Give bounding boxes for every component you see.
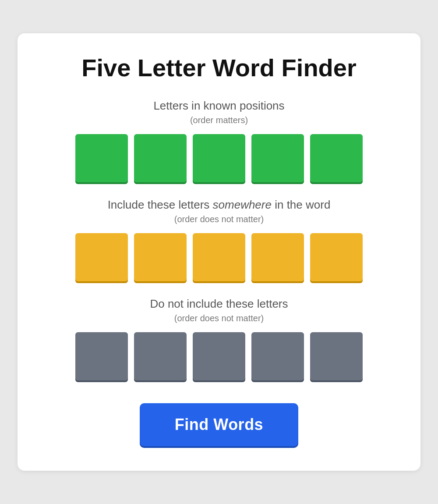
include-input-5[interactable] [310,233,363,281]
include-tile-2[interactable] [134,233,187,281]
exclude-tile-2[interactable] [134,332,187,380]
known-positions-section: Letters in known positions (order matter… [44,99,394,182]
known-input-3[interactable] [193,134,245,182]
exclude-tile-5[interactable] [310,332,363,380]
find-words-button[interactable]: Find Words [140,403,298,446]
known-positions-tiles [75,134,363,182]
known-positions-subtitle: (order matters) [190,115,248,125]
main-card: Five Letter Word Finder Letters in known… [18,33,420,471]
exclude-tile-4[interactable] [251,332,304,380]
exclude-input-3[interactable] [193,332,245,380]
include-input-3[interactable] [193,233,245,281]
known-tile-2[interactable] [134,134,187,182]
known-tile-3[interactable] [193,134,245,182]
exclude-tile-3[interactable] [193,332,245,380]
page-title: Five Letter Word Finder [81,54,356,82]
include-tile-3[interactable] [193,233,245,281]
exclude-input-4[interactable] [251,332,304,380]
exclude-tile-1[interactable] [75,332,128,380]
exclude-letters-tiles [75,332,363,380]
exclude-input-2[interactable] [134,332,187,380]
include-tile-5[interactable] [310,233,363,281]
known-tile-5[interactable] [310,134,363,182]
include-letters-section: Include these letters somewhere in the w… [44,198,394,281]
exclude-letters-section: Do not include these letters (order does… [44,297,394,380]
known-input-4[interactable] [251,134,304,182]
include-letters-tiles [75,233,363,281]
exclude-input-5[interactable] [310,332,363,380]
known-input-5[interactable] [310,134,363,182]
include-letters-title: Include these letters somewhere in the w… [108,198,331,212]
known-input-2[interactable] [134,134,187,182]
exclude-letters-title: Do not include these letters [150,297,288,311]
known-positions-title: Letters in known positions [153,99,284,113]
exclude-input-1[interactable] [75,332,128,380]
known-tile-1[interactable] [75,134,128,182]
include-tile-1[interactable] [75,233,128,281]
include-letters-subtitle: (order does not matter) [174,214,264,224]
include-input-2[interactable] [134,233,187,281]
known-input-1[interactable] [75,134,128,182]
include-input-1[interactable] [75,233,128,281]
known-tile-4[interactable] [251,134,304,182]
exclude-letters-subtitle: (order does not matter) [174,313,264,323]
include-tile-4[interactable] [251,233,304,281]
include-input-4[interactable] [251,233,304,281]
